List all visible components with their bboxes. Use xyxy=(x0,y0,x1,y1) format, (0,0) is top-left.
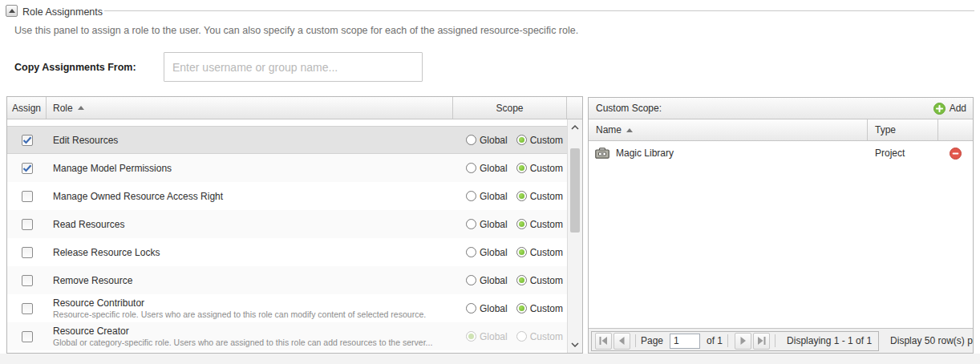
panel-title: Role Assignments xyxy=(22,6,103,18)
roles-table-scrollbar[interactable] xyxy=(567,119,582,353)
custom-radio-label: Custom xyxy=(530,247,563,258)
scope-global-radio[interactable] xyxy=(466,219,476,229)
table-row[interactable]: Resource ContributorResource-specific ro… xyxy=(7,294,567,322)
column-header-name[interactable]: Name xyxy=(589,119,868,140)
assign-checkbox[interactable] xyxy=(22,303,33,314)
column-header-type[interactable]: Type xyxy=(868,119,938,140)
role-description: Resource-specific role. Users who are as… xyxy=(53,309,453,319)
separator xyxy=(727,334,728,347)
role-name: Release Resource Locks xyxy=(53,247,453,258)
table-row[interactable]: Remove Resource Global Custom xyxy=(7,266,567,294)
scope-custom-radio[interactable] xyxy=(516,191,527,201)
next-page-icon xyxy=(738,337,748,345)
custom-scope-panel: Custom Scope: Add Name Type xyxy=(588,97,974,354)
table-row[interactable]: Manage Owned Resource Access Right Globa… xyxy=(7,182,567,210)
scope-global-radio[interactable] xyxy=(466,331,476,342)
roles-table-header: Assign Role Scope xyxy=(7,97,582,119)
role-name: Manage Model Permissions xyxy=(53,163,453,174)
global-radio-label: Global xyxy=(480,331,508,342)
table-row[interactable]: Edit Resources Global Custom xyxy=(7,126,567,154)
plus-circle-icon xyxy=(933,103,946,115)
scope-global-radio[interactable] xyxy=(466,135,476,145)
page-label: Page xyxy=(641,335,663,346)
assign-checkbox[interactable] xyxy=(22,135,33,146)
remove-button[interactable] xyxy=(950,148,962,160)
assign-checkbox[interactable] xyxy=(22,331,33,342)
scope-custom-radio[interactable] xyxy=(516,163,527,173)
scope-custom-radio[interactable] xyxy=(516,219,527,229)
first-page-icon xyxy=(598,337,609,345)
role-name: Edit Resources xyxy=(53,135,453,146)
assign-checkbox[interactable] xyxy=(22,191,33,202)
last-page-button[interactable] xyxy=(753,333,770,350)
scope-custom-radio[interactable] xyxy=(516,331,527,342)
copy-assignments-input[interactable] xyxy=(164,52,423,82)
scroll-down-icon[interactable] xyxy=(568,338,582,351)
assign-checkbox[interactable] xyxy=(22,247,33,258)
role-assignments-panel: Role Assignments Use this panel to assig… xyxy=(0,0,980,364)
scope-custom-radio[interactable] xyxy=(516,275,527,285)
sort-ascending-icon xyxy=(78,106,84,110)
next-page-button[interactable] xyxy=(735,333,751,350)
role-name: Remove Resource xyxy=(53,275,453,286)
type-header-label: Type xyxy=(875,124,896,135)
check-icon xyxy=(22,164,32,172)
table-row[interactable]: Resource CreatorGlobal or category-speci… xyxy=(7,322,567,350)
column-header-actions xyxy=(938,119,973,140)
assign-checkbox[interactable] xyxy=(22,275,33,286)
custom-radio-label: Custom xyxy=(530,275,563,286)
scroll-up-icon[interactable] xyxy=(568,121,582,134)
previous-page-button[interactable] xyxy=(614,333,630,350)
custom-radio-label: Custom xyxy=(530,303,563,314)
scope-global-radio[interactable] xyxy=(466,275,476,285)
scope-custom-radio[interactable] xyxy=(516,247,527,257)
scope-custom-radio[interactable] xyxy=(516,303,527,313)
scope-global-radio[interactable] xyxy=(466,163,476,173)
scrollbar-thumb[interactable] xyxy=(570,148,580,233)
custom-scope-body: Magic Library Project xyxy=(589,141,973,328)
custom-radio-label: Custom xyxy=(530,331,563,342)
page-of-label: of 1 xyxy=(707,335,723,346)
scope-global-radio[interactable] xyxy=(466,247,476,257)
global-radio-label: Global xyxy=(480,219,508,230)
first-page-button[interactable] xyxy=(595,333,612,350)
column-header-assign: Assign xyxy=(7,97,47,119)
collapse-panel-button[interactable] xyxy=(6,5,18,17)
scope-custom-radio[interactable] xyxy=(516,135,527,145)
table-row[interactable]: Manage Model Permissions Global Custom xyxy=(7,154,567,182)
project-icon xyxy=(595,148,609,159)
role-header-label: Role xyxy=(53,103,73,114)
role-description: Global or category-specific role. Users … xyxy=(53,338,453,347)
role-name: Resource Creator xyxy=(53,326,453,337)
assign-checkbox[interactable] xyxy=(22,163,33,174)
page-number-input[interactable] xyxy=(670,334,700,349)
minus-circle-icon xyxy=(950,148,962,160)
custom-radio-label: Custom xyxy=(530,219,563,230)
custom-scope-titlebar: Custom Scope: Add xyxy=(589,98,973,119)
global-radio-label: Global xyxy=(480,163,508,174)
triangle-up-icon xyxy=(9,9,15,13)
assign-header-label: Assign xyxy=(12,103,41,114)
column-header-role[interactable]: Role xyxy=(47,97,453,119)
copy-assignments-label: Copy Assignments From: xyxy=(14,62,136,73)
scope-header-label: Scope xyxy=(496,103,523,114)
add-button-label: Add xyxy=(950,103,966,114)
role-name: Manage Owned Resource Access Right xyxy=(53,191,453,202)
sort-ascending-icon xyxy=(626,128,633,132)
footer-strip xyxy=(0,354,980,364)
assign-checkbox[interactable] xyxy=(22,219,33,230)
column-header-spacer xyxy=(567,97,582,119)
pagination-controls: Page of 1 Displaying 1 - 1 of 1 xyxy=(591,331,879,351)
page-size-label: Display 50 row(s) per page xyxy=(890,335,973,346)
add-button[interactable]: Add xyxy=(933,103,966,115)
list-item[interactable]: Magic Library Project xyxy=(589,141,973,165)
scope-global-radio[interactable] xyxy=(466,191,476,201)
custom-radio-label: Custom xyxy=(530,163,563,174)
table-row[interactable]: Release Resource Locks Global Custom xyxy=(7,238,567,266)
global-radio-label: Global xyxy=(480,135,508,146)
roles-table-body: Edit Resources Global Custom Manage Mode… xyxy=(7,119,567,353)
global-radio-label: Global xyxy=(480,247,508,258)
scope-global-radio[interactable] xyxy=(466,303,476,313)
table-row[interactable]: Read Resources Global Custom xyxy=(7,210,567,238)
pagination-bar: Page of 1 Displaying 1 - 1 of 1 Displa xyxy=(589,328,973,353)
